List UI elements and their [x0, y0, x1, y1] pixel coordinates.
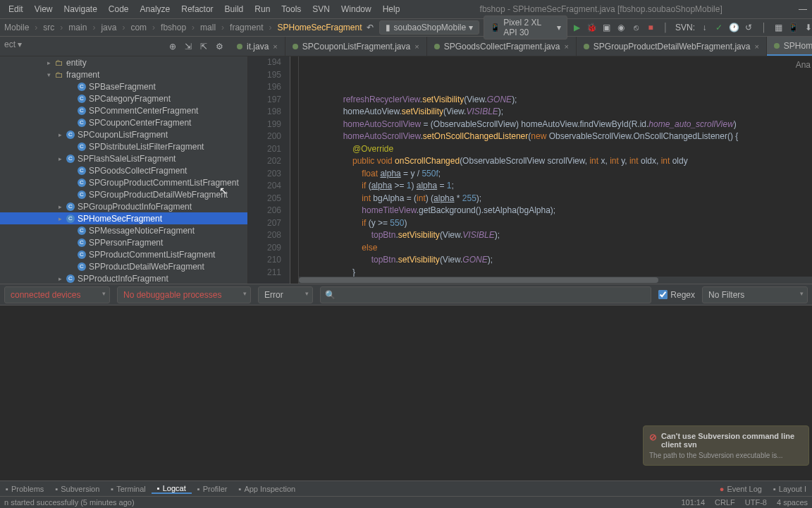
- back-icon[interactable]: ↶: [365, 21, 376, 34]
- tool-tab-right[interactable]: ●Event Log: [714, 485, 768, 493]
- expand-arrow-icon[interactable]: ▸: [56, 203, 63, 210]
- tree-item-SPProductCommentListFragment[interactable]: CSPProductCommentListFragment: [0, 248, 247, 260]
- tree-item-entity[interactable]: ▸🗀entity: [0, 56, 247, 68]
- breadcrumb-item[interactable]: fbshop: [159, 23, 187, 32]
- tree-item-SPCouponCenterFragment[interactable]: CSPCouponCenterFragment: [0, 116, 247, 128]
- code-area[interactable]: Ana refreshRecyclerView.setVisibility(Vi…: [299, 56, 812, 284]
- log-search-input[interactable]: 🔍: [320, 286, 651, 303]
- select-open-file-icon[interactable]: ⊕: [166, 40, 179, 53]
- tool-tab-terminal[interactable]: ▪Terminal: [105, 484, 151, 494]
- tree-item-fragment[interactable]: ▾🗀fragment: [0, 68, 247, 80]
- run-icon[interactable]: ▶: [572, 21, 582, 34]
- expand-all-icon[interactable]: ⇲: [182, 40, 195, 53]
- editor-tab[interactable]: SPHomeSecFragment.java×: [767, 37, 812, 56]
- filter-dropdown[interactable]: No Filters: [702, 286, 808, 303]
- breadcrumb-item[interactable]: SPHomeSecFragment: [276, 23, 363, 32]
- svn-rollback-icon[interactable]: ↺: [744, 21, 754, 34]
- breadcrumb-item[interactable]: Mobile: [3, 23, 30, 32]
- breadcrumb-item[interactable]: com: [129, 23, 148, 32]
- menu-tools[interactable]: Tools: [276, 4, 307, 14]
- code-line[interactable]: float alpha = y / 550f;: [324, 168, 812, 181]
- code-line[interactable]: refreshRecyclerView.setVisibility(View.G…: [324, 94, 812, 107]
- menu-refactor[interactable]: Refactor: [176, 4, 219, 14]
- horizontal-scrollbar[interactable]: [299, 277, 812, 284]
- close-icon[interactable]: ×: [564, 42, 568, 51]
- code-line[interactable]: int bgAlpha = (int) (alpha * 255);: [324, 193, 812, 205]
- code-editor[interactable]: 1941951961971981992002012022032042052062…: [248, 56, 812, 284]
- device-selector[interactable]: 📱 Pixel 2 XL API 30 ▾: [484, 16, 567, 40]
- breadcrumb-item[interactable]: mall: [199, 23, 217, 32]
- code-line[interactable]: homeAutoView.setVisibility(View.VISIBLE)…: [324, 106, 812, 119]
- code-line[interactable]: else: [324, 242, 812, 255]
- menu-edit[interactable]: Edit: [3, 4, 29, 14]
- svn-history-icon[interactable]: 🕐: [729, 21, 739, 34]
- stop-icon[interactable]: ■: [646, 21, 656, 34]
- code-line[interactable]: if (alpha >= 1) alpha = 1;: [324, 180, 812, 193]
- menu-navigate[interactable]: Navigate: [58, 4, 102, 14]
- tree-item-SPCommentCenterFragment[interactable]: CSPCommentCenterFragment: [0, 104, 247, 116]
- device-dropdown[interactable]: connected devices: [4, 286, 110, 303]
- collapse-all-icon[interactable]: ⇱: [197, 40, 210, 53]
- breadcrumb-item[interactable]: main: [67, 23, 88, 32]
- close-icon[interactable]: ×: [273, 42, 277, 51]
- breadcrumb-item[interactable]: java: [99, 23, 118, 32]
- tree-item-SPHomeSecFragment[interactable]: ▸CSPHomeSecFragment: [0, 212, 247, 224]
- expand-arrow-icon[interactable]: ▸: [56, 155, 63, 162]
- ide-icon[interactable]: ▦: [773, 21, 784, 34]
- tree-item-SPPersonFragment[interactable]: CSPPersonFragment: [0, 236, 247, 248]
- log-level-dropdown[interactable]: Error: [258, 286, 313, 303]
- notification-balloon[interactable]: ⊘Can't use Subversion command line clien…: [643, 425, 809, 466]
- editor-tab[interactable]: SPGroupProductDetailWebFragment.java×: [577, 37, 767, 56]
- menu-svn[interactable]: SVN: [307, 4, 336, 14]
- svn-update-icon[interactable]: ↓: [699, 21, 710, 34]
- tree-item-SPProductInfoFragment[interactable]: ▸CSPProductInfoFragment: [0, 272, 247, 284]
- code-line[interactable]: homeAutoScrollView = (ObservableScrollVi…: [324, 119, 812, 131]
- tool-tab-app inspection[interactable]: ▪App Inspection: [233, 484, 302, 494]
- file-encoding[interactable]: UTF-8: [745, 498, 767, 507]
- menu-analyze[interactable]: Analyze: [135, 4, 176, 14]
- module-selector[interactable]: ▮ soubaoShopMobile ▾: [379, 20, 479, 35]
- expand-arrow-icon[interactable]: ▸: [56, 215, 63, 222]
- line-separator[interactable]: CRLF: [715, 498, 735, 507]
- attach-icon[interactable]: ⎋: [631, 21, 641, 34]
- code-line[interactable]: public void onScrollChanged(ObservableSc…: [324, 155, 812, 168]
- code-line[interactable]: if (y >= 550): [324, 217, 812, 230]
- breadcrumb[interactable]: Mobile› src› main› java› com› fbshop› ma…: [3, 23, 364, 32]
- code-line[interactable]: topBtn.setVisibility(View.VISIBLE);: [324, 229, 812, 242]
- svn-commit-icon[interactable]: ✓: [714, 21, 725, 34]
- tree-item-SPCategoryFragment[interactable]: CSPCategoryFragment: [0, 92, 247, 104]
- tool-tab-subversion[interactable]: ▪Subversion: [49, 484, 105, 494]
- editor-tab[interactable]: SPCouponListFragment.java×: [285, 37, 427, 56]
- expand-arrow-icon[interactable]: ▾: [45, 71, 52, 78]
- editor-tab[interactable]: it.java×: [230, 37, 285, 56]
- coverage-icon[interactable]: ▣: [601, 21, 612, 34]
- expand-arrow-icon[interactable]: ▸: [45, 59, 52, 66]
- project-tree[interactable]: ↖ ▸🗀entity▾🗀fragmentCSPBaseFragmentCSPCa…: [0, 56, 248, 284]
- fold-column[interactable]: [290, 56, 299, 284]
- tree-item-SPDistributeListFilterFragment[interactable]: CSPDistributeListFilterFragment: [0, 140, 247, 152]
- expand-arrow-icon[interactable]: ▸: [56, 131, 63, 138]
- code-line[interactable]: topBtn.setVisibility(View.GONE);: [324, 254, 812, 267]
- tree-item-SPFlashSaleListFragment[interactable]: ▸CSPFlashSaleListFragment: [0, 152, 247, 164]
- tool-tab-right[interactable]: ▪Layout I: [768, 485, 812, 493]
- minimize-icon[interactable]: —: [796, 3, 809, 16]
- tree-item-SPGroupProductCommentListFragment[interactable]: CSPGroupProductCommentListFragment: [0, 176, 247, 188]
- scrollbar-thumb[interactable]: [299, 277, 658, 283]
- editor-tab[interactable]: SPGoodsCollectFragment.java×: [427, 37, 577, 56]
- process-dropdown[interactable]: No debuggable processes: [117, 286, 251, 303]
- breadcrumb-item[interactable]: fragment: [228, 23, 264, 32]
- code-line[interactable]: @Override: [324, 143, 812, 156]
- close-icon[interactable]: ×: [754, 42, 758, 51]
- tree-item-SPBaseFragment[interactable]: CSPBaseFragment: [0, 80, 247, 92]
- close-icon[interactable]: ×: [414, 42, 419, 51]
- menu-run[interactable]: Run: [249, 4, 276, 14]
- menu-code[interactable]: Code: [103, 4, 135, 14]
- sdk-icon[interactable]: ⬇: [803, 21, 812, 34]
- tool-tab-profiler[interactable]: ▪Profiler: [192, 484, 233, 494]
- menu-build[interactable]: Build: [219, 4, 250, 14]
- tree-item-SPGoodsCollectFragment[interactable]: CSPGoodsCollectFragment: [0, 164, 247, 176]
- profile-icon[interactable]: ◉: [616, 21, 627, 34]
- expand-arrow-icon[interactable]: ▸: [56, 275, 63, 282]
- settings-icon[interactable]: ⚙: [213, 40, 226, 53]
- menu-view[interactable]: View: [29, 4, 59, 14]
